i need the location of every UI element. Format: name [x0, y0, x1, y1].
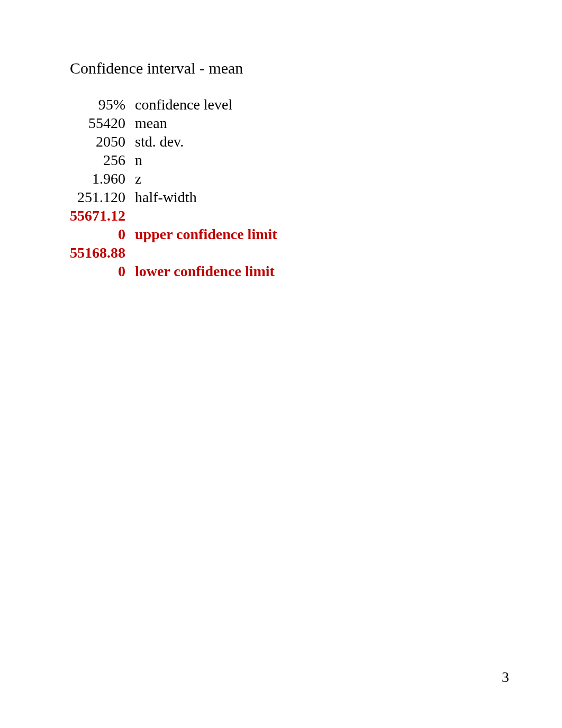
stat-value: 55420 — [70, 114, 135, 132]
table-row: 251.120 half-width — [70, 188, 277, 206]
document-content: Confidence interval - mean 95% confidenc… — [0, 0, 562, 280]
stat-label: mean — [135, 114, 277, 132]
stat-value: 1.960 — [70, 169, 135, 188]
stat-value: 95% — [70, 95, 135, 114]
stat-value: 2050 — [70, 132, 135, 151]
stat-value: 256 — [70, 151, 135, 169]
table-row: 55671.12 — [70, 206, 277, 225]
stat-label: z — [135, 169, 277, 188]
page-number: 3 — [502, 669, 509, 686]
stat-label: half-width — [135, 188, 277, 206]
table-row: 0 lower confidence limit — [70, 262, 277, 280]
stat-label: confidence level — [135, 95, 277, 114]
stat-value: 0 — [70, 225, 135, 243]
stat-label — [135, 206, 277, 225]
table-row: 55168.88 — [70, 243, 277, 262]
stat-label: std. dev. — [135, 132, 277, 151]
table-row: 256 n — [70, 151, 277, 169]
stat-label: lower confidence limit — [135, 262, 277, 280]
stats-table: 95% confidence level 55420 mean 2050 std… — [70, 95, 277, 280]
stat-label: upper confidence limit — [135, 225, 277, 243]
table-row: 55420 mean — [70, 114, 277, 132]
stat-value: 251.120 — [70, 188, 135, 206]
stat-label: n — [135, 151, 277, 169]
stat-value: 0 — [70, 262, 135, 280]
document-title: Confidence interval - mean — [70, 59, 562, 77]
table-row: 0 upper confidence limit — [70, 225, 277, 243]
stat-label — [135, 243, 277, 262]
table-row: 95% confidence level — [70, 95, 277, 114]
stat-value: 55671.12 — [70, 206, 135, 225]
table-row: 1.960 z — [70, 169, 277, 188]
stat-value: 55168.88 — [70, 243, 135, 262]
table-row: 2050 std. dev. — [70, 132, 277, 151]
